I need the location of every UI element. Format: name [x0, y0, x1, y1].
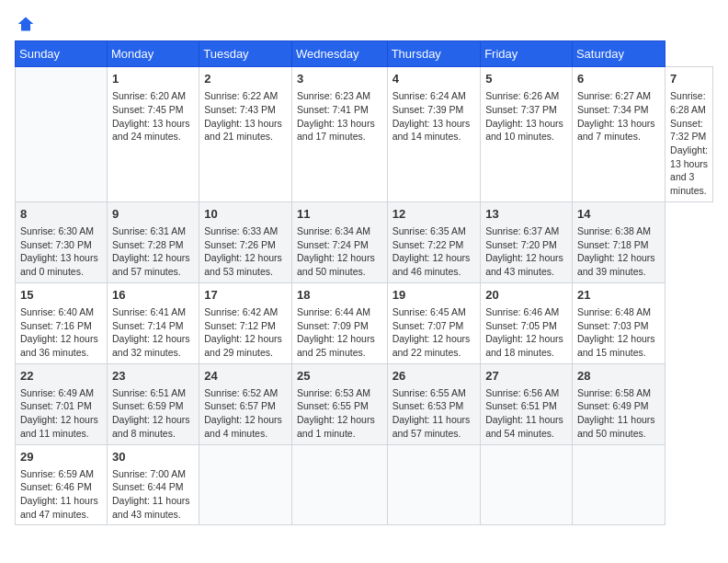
- day-info: Sunrise: 6:27 AMSunset: 7:34 PMDaylight:…: [577, 89, 660, 144]
- day-info: Sunrise: 6:44 AMSunset: 7:09 PMDaylight:…: [297, 305, 382, 360]
- calendar-cell: 22Sunrise: 6:49 AMSunset: 7:01 PMDayligh…: [16, 363, 108, 444]
- day-info: Sunrise: 6:49 AMSunset: 7:01 PMDaylight:…: [20, 386, 102, 441]
- calendar-cell: 4Sunrise: 6:24 AMSunset: 7:39 PMDaylight…: [387, 67, 481, 202]
- day-header-monday: Monday: [107, 41, 199, 67]
- day-info: Sunrise: 6:33 AMSunset: 7:26 PMDaylight:…: [204, 224, 287, 279]
- calendar-cell: 15Sunrise: 6:40 AMSunset: 7:16 PMDayligh…: [16, 282, 108, 363]
- day-number: 21: [577, 287, 660, 304]
- day-number: 6: [577, 71, 660, 87]
- day-header-saturday: Saturday: [572, 41, 665, 67]
- day-info: Sunrise: 6:51 AMSunset: 6:59 PMDaylight:…: [112, 386, 194, 441]
- day-info: Sunrise: 6:52 AMSunset: 6:57 PMDaylight:…: [204, 386, 287, 441]
- calendar-cell: [292, 444, 388, 525]
- calendar-cell: 27Sunrise: 6:56 AMSunset: 6:51 PMDayligh…: [481, 363, 573, 444]
- day-info: Sunrise: 6:31 AMSunset: 7:28 PMDaylight:…: [112, 224, 194, 279]
- day-number: 19: [392, 287, 476, 304]
- day-header-sunday: Sunday: [16, 41, 108, 67]
- calendar-cell: 6Sunrise: 6:27 AMSunset: 7:34 PMDaylight…: [572, 67, 665, 202]
- day-info: Sunrise: 6:41 AMSunset: 7:14 PMDaylight:…: [112, 305, 194, 360]
- day-number: 9: [112, 206, 194, 223]
- svg-marker-0: [18, 17, 34, 31]
- day-info: Sunrise: 6:28 AMSunset: 7:32 PMDaylight:…: [670, 89, 708, 198]
- day-header-friday: Friday: [481, 41, 573, 67]
- day-info: Sunrise: 6:40 AMSunset: 7:16 PMDaylight:…: [20, 305, 102, 360]
- day-number: 12: [392, 206, 476, 223]
- calendar-cell: 29Sunrise: 6:59 AMSunset: 6:46 PMDayligh…: [16, 444, 108, 525]
- day-info: Sunrise: 6:38 AMSunset: 7:18 PMDaylight:…: [577, 224, 660, 279]
- day-number: 4: [392, 71, 476, 87]
- day-info: Sunrise: 6:58 AMSunset: 6:49 PMDaylight:…: [577, 386, 660, 441]
- calendar-cell: 26Sunrise: 6:55 AMSunset: 6:53 PMDayligh…: [387, 363, 481, 444]
- day-info: Sunrise: 6:42 AMSunset: 7:12 PMDaylight:…: [204, 305, 287, 360]
- calendar-cell: [387, 444, 481, 525]
- day-number: 17: [204, 287, 287, 304]
- day-info: Sunrise: 6:22 AMSunset: 7:43 PMDaylight:…: [204, 89, 287, 144]
- day-number: 18: [297, 287, 382, 304]
- calendar-cell: 24Sunrise: 6:52 AMSunset: 6:57 PMDayligh…: [199, 363, 292, 444]
- day-number: 26: [392, 368, 476, 385]
- day-number: 2: [204, 71, 287, 87]
- day-number: 16: [112, 287, 194, 304]
- day-number: 29: [20, 449, 102, 465]
- calendar-cell: 3Sunrise: 6:23 AMSunset: 7:41 PMDaylight…: [292, 67, 388, 202]
- day-header-tuesday: Tuesday: [199, 41, 292, 67]
- calendar-cell: 30Sunrise: 7:00 AMSunset: 6:44 PMDayligh…: [107, 444, 199, 525]
- day-number: 15: [20, 287, 102, 304]
- calendar-cell: 7Sunrise: 6:28 AMSunset: 7:32 PMDaylight…: [665, 67, 713, 202]
- day-number: 28: [577, 368, 660, 385]
- calendar-cell: [16, 67, 108, 202]
- day-number: 10: [204, 206, 287, 223]
- calendar-cell: 16Sunrise: 6:41 AMSunset: 7:14 PMDayligh…: [107, 282, 199, 363]
- day-info: Sunrise: 6:20 AMSunset: 7:45 PMDaylight:…: [112, 89, 194, 144]
- calendar-cell: 11Sunrise: 6:34 AMSunset: 7:24 PMDayligh…: [292, 201, 388, 282]
- calendar-cell: 18Sunrise: 6:44 AMSunset: 7:09 PMDayligh…: [292, 282, 388, 363]
- calendar-cell: 9Sunrise: 6:31 AMSunset: 7:28 PMDaylight…: [107, 201, 199, 282]
- day-number: 11: [297, 206, 382, 223]
- day-number: 27: [485, 368, 567, 385]
- day-info: Sunrise: 6:46 AMSunset: 7:05 PMDaylight:…: [485, 305, 567, 360]
- calendar-cell: 12Sunrise: 6:35 AMSunset: 7:22 PMDayligh…: [387, 201, 481, 282]
- calendar-cell: 8Sunrise: 6:30 AMSunset: 7:30 PMDaylight…: [16, 201, 108, 282]
- day-number: 20: [485, 287, 567, 304]
- day-number: 13: [485, 206, 567, 223]
- day-info: Sunrise: 7:00 AMSunset: 6:44 PMDaylight:…: [112, 467, 194, 522]
- day-number: 30: [112, 449, 194, 465]
- calendar-cell: [481, 444, 573, 525]
- day-info: Sunrise: 6:55 AMSunset: 6:53 PMDaylight:…: [392, 386, 476, 441]
- calendar-cell: [572, 444, 665, 525]
- page-header: [15, 15, 713, 33]
- day-info: Sunrise: 6:35 AMSunset: 7:22 PMDaylight:…: [392, 224, 476, 279]
- day-info: Sunrise: 6:45 AMSunset: 7:07 PMDaylight:…: [392, 305, 476, 360]
- day-number: 1: [112, 71, 194, 87]
- day-number: 24: [204, 368, 287, 385]
- calendar-header: SundayMondayTuesdayWednesdayThursdayFrid…: [16, 41, 713, 67]
- day-number: 3: [297, 71, 382, 87]
- day-header-thursday: Thursday: [387, 41, 481, 67]
- day-number: 5: [485, 71, 567, 87]
- day-number: 23: [112, 368, 194, 385]
- calendar-cell: 5Sunrise: 6:26 AMSunset: 7:37 PMDaylight…: [481, 67, 573, 202]
- calendar-cell: 13Sunrise: 6:37 AMSunset: 7:20 PMDayligh…: [481, 201, 573, 282]
- day-number: 8: [20, 206, 102, 223]
- day-info: Sunrise: 6:30 AMSunset: 7:30 PMDaylight:…: [20, 224, 102, 279]
- calendar-cell: 14Sunrise: 6:38 AMSunset: 7:18 PMDayligh…: [572, 201, 665, 282]
- calendar-cell: 2Sunrise: 6:22 AMSunset: 7:43 PMDaylight…: [199, 67, 292, 202]
- day-number: 22: [20, 368, 102, 385]
- day-info: Sunrise: 6:59 AMSunset: 6:46 PMDaylight:…: [20, 467, 102, 522]
- day-number: 7: [670, 71, 708, 87]
- logo: [15, 15, 35, 33]
- day-info: Sunrise: 6:53 AMSunset: 6:55 PMDaylight:…: [297, 386, 382, 441]
- logo-icon: [17, 15, 35, 33]
- day-info: Sunrise: 6:26 AMSunset: 7:37 PMDaylight:…: [485, 89, 567, 144]
- day-info: Sunrise: 6:24 AMSunset: 7:39 PMDaylight:…: [392, 89, 476, 144]
- day-header-wednesday: Wednesday: [292, 41, 388, 67]
- calendar-cell: 23Sunrise: 6:51 AMSunset: 6:59 PMDayligh…: [107, 363, 199, 444]
- calendar-cell: 20Sunrise: 6:46 AMSunset: 7:05 PMDayligh…: [481, 282, 573, 363]
- day-info: Sunrise: 6:34 AMSunset: 7:24 PMDaylight:…: [297, 224, 382, 279]
- calendar-cell: [199, 444, 292, 525]
- day-number: 25: [297, 368, 382, 385]
- day-info: Sunrise: 6:48 AMSunset: 7:03 PMDaylight:…: [577, 305, 660, 360]
- calendar-cell: 19Sunrise: 6:45 AMSunset: 7:07 PMDayligh…: [387, 282, 481, 363]
- calendar-cell: 1Sunrise: 6:20 AMSunset: 7:45 PMDaylight…: [107, 67, 199, 202]
- calendar-cell: 28Sunrise: 6:58 AMSunset: 6:49 PMDayligh…: [572, 363, 665, 444]
